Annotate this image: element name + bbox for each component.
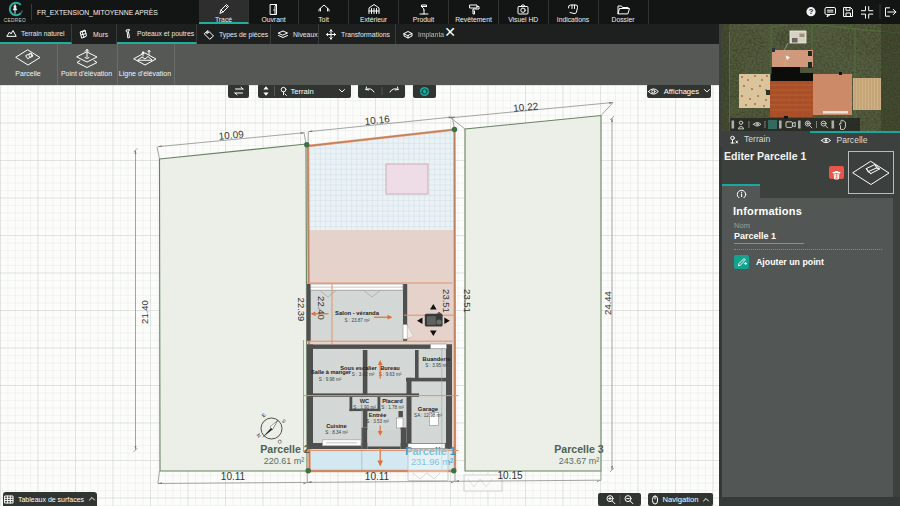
svg-text:Bureau: Bureau <box>380 365 400 371</box>
svg-text:Parcelle 2: Parcelle 2 <box>260 443 310 455</box>
svg-text:S : 3.53 m²: S : 3.53 m² <box>366 419 389 424</box>
svg-text:10.16: 10.16 <box>364 113 390 127</box>
svg-text:Entrée: Entrée <box>369 412 387 418</box>
svg-text:10.15: 10.15 <box>497 470 522 481</box>
svg-text:10.22: 10.22 <box>513 100 539 113</box>
svg-text:S : 1.90 m²: S : 1.90 m² <box>353 405 376 410</box>
svg-text:10.09: 10.09 <box>218 128 244 141</box>
svg-text:S : 9.63 m²: S : 9.63 m² <box>379 372 402 377</box>
svg-text:WC: WC <box>360 398 369 404</box>
svg-text:Garage: Garage <box>418 406 439 412</box>
svg-text:S : 3.42 m²: S : 3.42 m² <box>352 372 375 377</box>
svg-text:10.11: 10.11 <box>365 471 390 482</box>
svg-text:Sous escalier: Sous escalier <box>340 365 377 371</box>
svg-text:Parcelle 3: Parcelle 3 <box>554 443 604 455</box>
svg-text:?: ? <box>809 7 814 16</box>
svg-text:CEDREO: CEDREO <box>4 18 26 23</box>
svg-text:Placard: Placard <box>382 398 403 404</box>
svg-text:24.44: 24.44 <box>602 291 613 315</box>
svg-text:Cuisine: Cuisine <box>326 423 347 429</box>
svg-text:21.40: 21.40 <box>139 300 150 324</box>
svg-text:243.67 m²: 243.67 m² <box>559 456 600 466</box>
svg-text:S : 23.87 m²: S : 23.87 m² <box>344 318 369 323</box>
svg-text:23.51: 23.51 <box>462 289 473 313</box>
svg-text:SA : 12.98 m²: SA : 12.98 m² <box>414 413 442 418</box>
svg-text:10.11: 10.11 <box>221 471 246 482</box>
svg-text:S : 8.34 m²: S : 8.34 m² <box>325 430 348 435</box>
svg-text:S : 3.95 m²: S : 3.95 m² <box>425 363 448 368</box>
svg-text:Salon - véranda: Salon - véranda <box>335 310 380 316</box>
svg-text:S : 1.78 m²: S : 1.78 m² <box>381 405 404 410</box>
svg-text:220.61 m²: 220.61 m² <box>264 456 305 466</box>
svg-text:Buanderie: Buanderie <box>423 356 451 362</box>
svg-text:22.40: 22.40 <box>316 296 327 320</box>
svg-text:S : 9.98 m²: S : 9.98 m² <box>319 377 342 382</box>
svg-text:22.39: 22.39 <box>296 298 307 322</box>
svg-text:23.51: 23.51 <box>441 289 452 313</box>
